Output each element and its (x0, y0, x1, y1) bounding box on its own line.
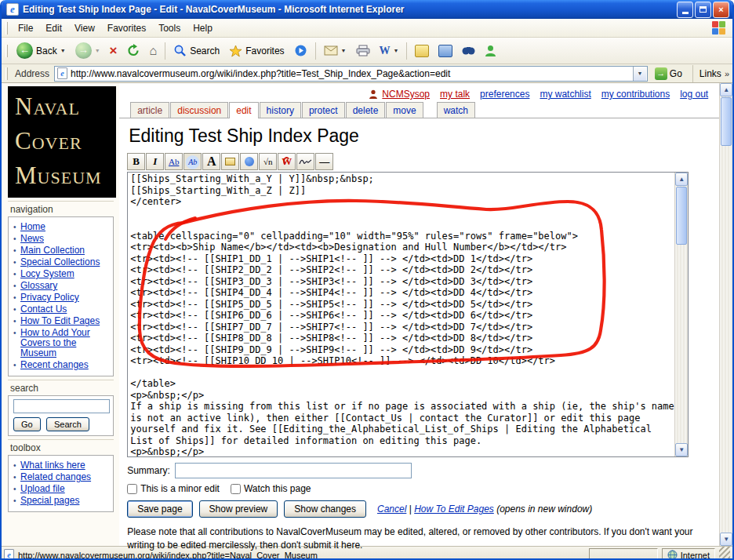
tab-watch[interactable]: watch (437, 102, 475, 118)
menu-favorites[interactable]: Favorites (101, 20, 152, 36)
resize-grip[interactable] (719, 547, 730, 560)
math-button[interactable]: √n (259, 153, 277, 170)
personal-log-out[interactable]: log out (680, 89, 708, 100)
editor-scrollbar[interactable]: ▲ ▼ (674, 173, 688, 456)
back-button[interactable]: ← Back ▼ (12, 39, 71, 62)
toolbox-upload-file[interactable]: Upload file (20, 483, 65, 494)
toolbox-what-links-here[interactable]: What links here (20, 460, 85, 471)
watch-page-checkbox[interactable] (231, 484, 241, 494)
minor-edit-label[interactable]: This is a minor edit (140, 483, 220, 494)
tab-discussion[interactable]: discussion (170, 102, 228, 118)
site-logo[interactable]: Naval Cover Museum (8, 86, 116, 198)
sidebar-item-how-to-edit-pages[interactable]: How To Edit Pages (20, 315, 100, 326)
tab-protect[interactable]: protect (302, 102, 345, 118)
menu-edit[interactable]: Edit (39, 20, 68, 36)
personal-my-watchlist[interactable]: my watchlist (540, 89, 590, 100)
italic-button[interactable]: I (146, 153, 164, 170)
notes-button[interactable] (410, 42, 434, 60)
sidebar-item-main-collection[interactable]: Main Collection (20, 245, 85, 256)
mail-button[interactable]: ▼ (319, 42, 351, 59)
tab-delete[interactable]: delete (346, 102, 386, 118)
menu-help[interactable]: Help (187, 20, 219, 36)
sidebar-item-special-collections[interactable]: Special Collections (20, 256, 100, 267)
wikitext-textarea[interactable]: [[Ships_Starting_With_a_Y | Y]]&nbsp;&nb… (128, 173, 674, 456)
scroll-down-icon[interactable]: ▼ (675, 443, 688, 456)
favorites-button[interactable]: Favorites (224, 42, 289, 60)
stop-button[interactable]: × (105, 42, 122, 60)
image-button[interactable] (221, 153, 239, 170)
search-input[interactable] (13, 399, 110, 413)
messenger-button[interactable] (480, 42, 501, 60)
minimize-button[interactable] (677, 2, 693, 18)
media-button[interactable] (289, 41, 312, 60)
tab-article[interactable]: article (130, 102, 169, 118)
horizontal-rule-button[interactable]: — (315, 153, 333, 170)
edit-help-link[interactable]: How To Edit Pages (414, 504, 494, 515)
toolbox-special-pages[interactable]: Special pages (20, 495, 79, 506)
personal-username[interactable]: NCMSysop (382, 89, 430, 100)
chevron-right-icon[interactable]: » (725, 69, 729, 78)
maximize-button[interactable] (695, 2, 711, 18)
scrollbar-thumb[interactable] (721, 97, 732, 146)
menu-view[interactable]: View (68, 20, 101, 36)
external-link-button[interactable]: Ab (184, 153, 202, 170)
sidebar-item-contact-us[interactable]: Contact Us (20, 304, 67, 315)
sidebar-item-recent-changes[interactable]: Recent changes (20, 359, 89, 370)
tab-move[interactable]: move (386, 102, 423, 118)
tab-edit[interactable]: edit (229, 102, 258, 118)
scroll-up-icon[interactable]: ▲ (675, 173, 688, 186)
home-button[interactable]: ⌂ (145, 41, 162, 61)
sidebar-item-privacy-policy[interactable]: Privacy Policy (20, 292, 79, 303)
watch-page-label[interactable]: Watch this page (244, 483, 311, 494)
edit-with-word-button[interactable]: W ▼ (375, 42, 404, 60)
summary-input[interactable] (175, 463, 412, 478)
minor-edit-checkbox[interactable] (127, 484, 137, 494)
go-button[interactable]: → Go (651, 66, 686, 82)
links-label[interactable]: Links (699, 68, 721, 79)
fullscreen-button[interactable] (434, 42, 457, 60)
search-go-button[interactable]: Go (13, 417, 41, 431)
menu-file[interactable]: File (12, 20, 39, 36)
print-button[interactable] (351, 42, 375, 60)
list-item: Privacy Policy (13, 293, 110, 303)
menu-tools[interactable]: Tools (152, 20, 187, 36)
media-file-button[interactable] (240, 153, 258, 170)
address-dropdown-button[interactable]: ▼ (633, 67, 646, 81)
sidebar-item-how-to-add-covers[interactable]: How to Add Your Covers to the Museum (20, 327, 90, 358)
toolbar-grip[interactable] (5, 67, 8, 80)
toolbar-grip[interactable] (5, 45, 8, 57)
personal-my-contributions[interactable]: my contributions (601, 89, 670, 100)
search-button[interactable]: Search (169, 41, 224, 60)
toolbox-related-changes[interactable]: Related changes (20, 471, 91, 482)
sidebar-item-locy-system[interactable]: Locy System (20, 268, 74, 279)
forward-button[interactable]: → ▼ (71, 39, 105, 62)
bold-button[interactable]: B (127, 153, 145, 170)
scroll-up-icon[interactable]: ▲ (720, 83, 732, 96)
internal-link-button[interactable]: Ab (165, 153, 183, 170)
show-preview-button[interactable]: Show preview (199, 500, 278, 518)
search-fulltext-button[interactable]: Search (46, 417, 89, 431)
save-page-button[interactable]: Save page (127, 500, 192, 518)
scroll-down-icon[interactable]: ▼ (720, 533, 732, 546)
sidebar-item-home[interactable]: Home (20, 221, 45, 232)
nowiki-button[interactable]: W (278, 153, 296, 170)
personal-preferences[interactable]: preferences (480, 89, 529, 100)
browser-scrollbar[interactable]: ▲ ▼ (719, 83, 732, 546)
sidebar-item-news[interactable]: News (20, 233, 44, 244)
personal-my-talk[interactable]: my talk (440, 89, 470, 100)
sidebar-item-glossary[interactable]: Glossary (20, 280, 57, 291)
close-button[interactable]: × (713, 2, 729, 18)
headline-button[interactable]: A (202, 153, 220, 170)
address-input[interactable]: e http://www.navalcovermuseum.org/wiki/i… (54, 66, 648, 82)
toolbar-grip[interactable] (5, 22, 8, 35)
title-bar[interactable]: e Editing Test Ship Index Page - Edit - … (2, 0, 732, 19)
research-button[interactable] (457, 42, 480, 59)
cancel-link[interactable]: Cancel (377, 504, 406, 515)
refresh-button[interactable] (122, 41, 145, 60)
tab-history[interactable]: history (260, 102, 301, 118)
show-changes-button[interactable]: Show changes (284, 500, 366, 518)
chevron-down-icon: ▼ (341, 48, 347, 53)
scrollbar-thumb[interactable] (676, 187, 687, 245)
forward-icon: → (75, 42, 92, 59)
signature-button[interactable] (296, 153, 314, 170)
